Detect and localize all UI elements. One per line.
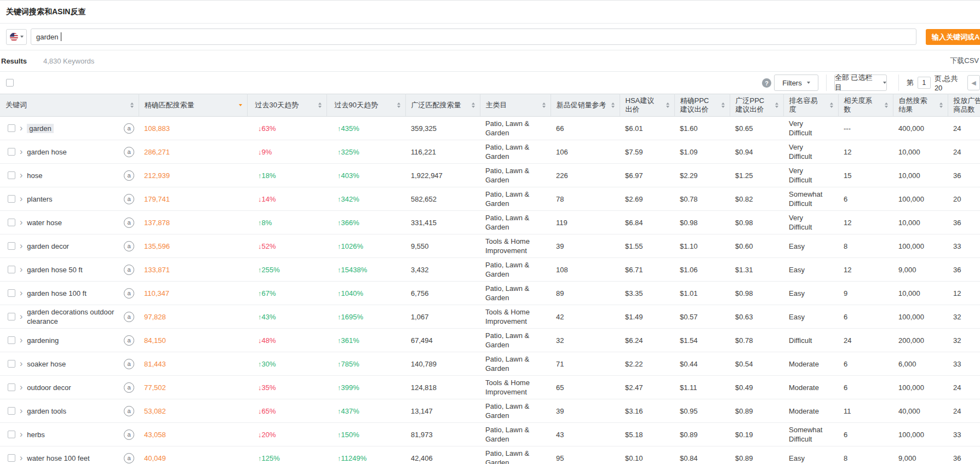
amazon-search-icon[interactable]: a	[124, 382, 134, 393]
row-checkbox[interactable]	[8, 431, 15, 438]
amazon-search-icon[interactable]: a	[124, 453, 134, 463]
keyword-text[interactable]: garden decorations outdoor clearance	[27, 307, 119, 326]
sort-icon[interactable]	[830, 102, 833, 108]
column-header-keyword[interactable]: 关键词	[0, 94, 139, 117]
filters-dropdown[interactable]: Filters	[774, 75, 818, 91]
region-select[interactable]	[6, 29, 27, 45]
row-checkbox[interactable]	[8, 266, 15, 273]
submit-keywords-button[interactable]: 输入关键词或ASI	[926, 29, 980, 45]
amazon-search-icon[interactable]: a	[124, 335, 134, 346]
sort-icon[interactable]	[775, 102, 778, 108]
amazon-search-icon[interactable]: a	[124, 194, 134, 204]
amazon-search-icon[interactable]: a	[124, 123, 134, 134]
sort-icon[interactable]	[885, 102, 888, 108]
chevron-right-icon[interactable]: ›	[20, 360, 22, 368]
chevron-right-icon[interactable]: ›	[20, 336, 22, 344]
column-header-ad-products[interactable]: 投放广告商品数	[948, 94, 980, 117]
chevron-right-icon[interactable]: ›	[20, 454, 22, 462]
columns-dropdown[interactable]: 全部 已选栏目	[834, 75, 887, 91]
column-header-broad-ppc-bid[interactable]: 广泛PPC建议出价	[730, 94, 783, 117]
keyword-text[interactable]: garden hose 100 ft	[27, 289, 119, 298]
sort-icon[interactable]	[611, 102, 615, 108]
column-header-relevance[interactable]: 相关度系数	[838, 94, 893, 117]
chevron-right-icon[interactable]: ›	[20, 195, 22, 203]
amazon-search-icon[interactable]: a	[124, 147, 134, 157]
column-header-category[interactable]: 主类目	[480, 94, 551, 117]
row-checkbox[interactable]	[8, 407, 15, 415]
column-header-hsa-bid[interactable]: HSA建议出价	[620, 94, 674, 117]
page-number-input[interactable]: 1	[918, 77, 931, 89]
amazon-search-icon[interactable]: a	[124, 312, 134, 322]
row-checkbox[interactable]	[8, 148, 15, 156]
keyword-text[interactable]: herbs	[27, 430, 119, 439]
amazon-search-icon[interactable]: a	[124, 288, 134, 299]
keyword-text[interactable]: hose	[27, 171, 119, 180]
column-header-trend-90d[interactable]: 过去90天趋势	[326, 94, 405, 117]
select-all-checkbox[interactable]	[6, 79, 14, 87]
sort-icon[interactable]	[721, 102, 725, 108]
keyword-text[interactable]: garden decor	[27, 242, 119, 251]
chevron-right-icon[interactable]: ›	[20, 124, 22, 132]
column-header-organic-results[interactable]: 自然搜索结果	[893, 94, 948, 117]
sort-icon[interactable]	[130, 102, 134, 108]
chevron-right-icon[interactable]: ›	[20, 407, 22, 415]
row-checkbox[interactable]	[8, 219, 15, 226]
chevron-right-icon[interactable]: ›	[20, 219, 22, 226]
row-checkbox[interactable]	[8, 336, 15, 344]
keyword-text[interactable]: outdoor decor	[27, 383, 119, 392]
row-checkbox[interactable]	[8, 242, 15, 250]
chevron-right-icon[interactable]: ›	[20, 431, 22, 438]
keyword-text[interactable]: planters	[27, 194, 119, 204]
relevance-value: 6	[844, 383, 847, 392]
row-checkbox[interactable]	[8, 454, 15, 462]
sort-icon[interactable]	[472, 102, 475, 108]
keyword-text[interactable]: garden	[27, 124, 119, 133]
amazon-search-icon[interactable]: a	[124, 170, 134, 181]
amazon-search-icon[interactable]: a	[124, 406, 134, 416]
row-checkbox[interactable]	[8, 171, 15, 179]
column-header-promo-ref[interactable]: 新品促销量参考	[551, 94, 620, 117]
prev-page-button[interactable]: ◀	[967, 75, 980, 90]
keyword-text[interactable]: garden hose	[27, 147, 119, 157]
keyword-text[interactable]: garden hose 50 ft	[27, 265, 119, 274]
amazon-search-icon[interactable]: a	[124, 217, 134, 228]
keyword-text[interactable]: garden tools	[27, 406, 119, 416]
sort-icon[interactable]	[542, 102, 546, 108]
keyword-text[interactable]: gardening	[27, 336, 119, 345]
keyword-text[interactable]: water hose 100 feet	[27, 454, 119, 463]
column-header-broad-volume[interactable]: 广泛匹配搜索量	[405, 94, 480, 117]
column-label: 投放广告	[954, 96, 980, 105]
column-header-exact-volume[interactable]: 精确匹配搜索量	[139, 94, 247, 117]
amazon-search-icon[interactable]: a	[124, 265, 134, 275]
column-header-rank-ease[interactable]: 排名容易度	[783, 94, 838, 117]
chevron-right-icon[interactable]: ›	[20, 313, 22, 320]
help-icon[interactable]: ?	[762, 78, 771, 88]
sort-icon[interactable]	[397, 102, 400, 108]
chevron-right-icon[interactable]: ›	[20, 266, 22, 273]
column-header-exact-ppc-bid[interactable]: 精确PPC建议出价	[674, 94, 730, 117]
rank-ease-value: Difficult	[789, 336, 812, 345]
row-checkbox[interactable]	[8, 124, 15, 132]
keyword-input[interactable]: garden	[31, 28, 916, 45]
keyword-text[interactable]: soaker hose	[27, 359, 119, 369]
chevron-right-icon[interactable]: ›	[20, 289, 22, 297]
chevron-right-icon[interactable]: ›	[20, 242, 22, 250]
row-checkbox[interactable]	[8, 289, 15, 297]
sort-icon[interactable]	[318, 102, 322, 108]
chevron-right-icon[interactable]: ›	[20, 383, 22, 391]
sort-icon[interactable]	[239, 104, 242, 106]
chevron-right-icon[interactable]: ›	[20, 148, 22, 156]
chevron-right-icon[interactable]: ›	[20, 171, 22, 179]
amazon-search-icon[interactable]: a	[124, 359, 134, 369]
row-checkbox[interactable]	[8, 313, 15, 320]
keyword-text[interactable]: water hose	[27, 218, 119, 227]
sort-icon[interactable]	[939, 102, 943, 108]
column-header-trend-30d[interactable]: 过去30天趋势	[247, 94, 326, 117]
row-checkbox[interactable]	[8, 360, 15, 368]
amazon-search-icon[interactable]: a	[124, 241, 134, 251]
download-csv-link[interactable]: 下载CSV	[950, 56, 979, 66]
row-checkbox[interactable]	[8, 195, 15, 203]
row-checkbox[interactable]	[8, 383, 15, 391]
amazon-search-icon[interactable]: a	[124, 429, 134, 440]
sort-icon[interactable]	[666, 102, 669, 108]
